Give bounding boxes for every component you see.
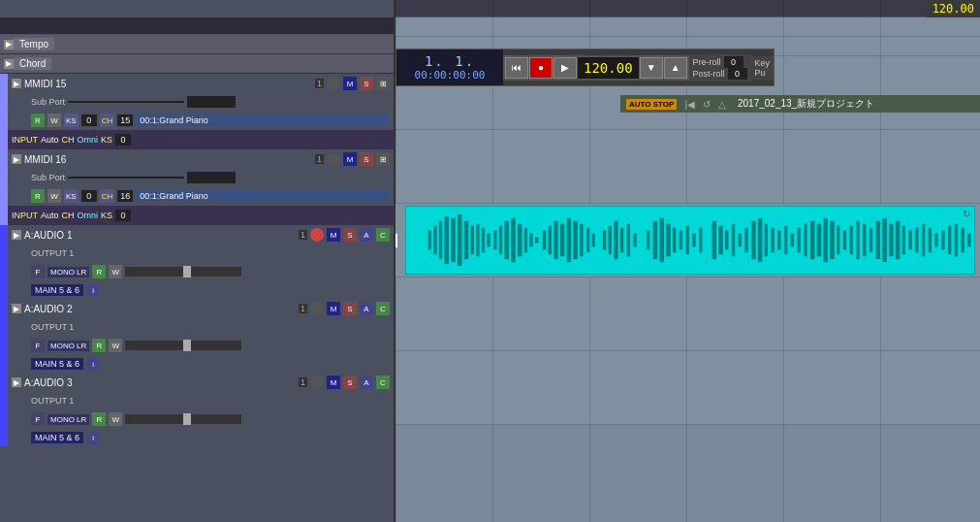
- track-list-header: [0, 17, 394, 35]
- arrange-ruler: 120.00: [395, 0, 980, 17]
- svg-rect-48: [739, 234, 742, 247]
- midi-1-record-btn[interactable]: [327, 77, 340, 90]
- audio-track-2-row2: OUTPUT 1: [27, 318, 394, 336]
- audio-1-fader[interactable]: [125, 267, 241, 277]
- midi-1-w-btn[interactable]: W: [47, 114, 61, 127]
- audio-1-record-btn[interactable]: [310, 228, 324, 242]
- audio-3-m-btn[interactable]: M: [327, 375, 340, 389]
- midi-1-instrument[interactable]: 00:1:Grand Piano: [136, 114, 390, 126]
- tempo-down-button[interactable]: ▼: [640, 57, 663, 79]
- midi-track-1-content: ▶ MMIDI 15 1 M S ⊞ Sub Port R W KS: [8, 74, 394, 149]
- midi-1-expand[interactable]: ▶: [12, 79, 21, 88]
- midi-1-extra-btn[interactable]: ⊞: [376, 77, 390, 90]
- audio-track-1-num: 1: [299, 230, 307, 240]
- midi-2-r-btn[interactable]: R: [31, 189, 45, 203]
- midi-2-ks-btn[interactable]: KS: [64, 189, 79, 203]
- chord-expand-button[interactable]: ▶: [4, 59, 14, 69]
- audio-3-r-btn[interactable]: R: [92, 412, 106, 426]
- audio-3-expand[interactable]: ▶: [12, 377, 21, 387]
- tempo-up-button[interactable]: ▲: [664, 57, 687, 79]
- midi-2-ch-label[interactable]: CH: [100, 189, 115, 203]
- arrange-tempo-display: 120.00: [927, 0, 980, 17]
- tempo-expand-button[interactable]: ▶: [4, 40, 14, 49]
- play-button[interactable]: ▶: [553, 57, 577, 79]
- pre-roll-label: Pre-roll: [693, 57, 721, 67]
- audio-1-info-btn[interactable]: i: [86, 283, 100, 297]
- audio-track-2-color-bar: [0, 299, 8, 373]
- audio-3-fader-knob[interactable]: [183, 413, 191, 425]
- audio-1-fader-knob[interactable]: [183, 266, 191, 277]
- project-tool-2[interactable]: ↺: [703, 99, 711, 110]
- audio-2-a-btn[interactable]: A: [360, 302, 373, 315]
- midi-1-m-btn[interactable]: M: [343, 77, 357, 90]
- rewind-button[interactable]: ⏮: [505, 57, 528, 79]
- midi-2-port-input[interactable]: [68, 177, 184, 179]
- audio-clip-1[interactable]: ↻: [405, 206, 975, 275]
- audio-3-f-btn[interactable]: F: [31, 412, 45, 426]
- midi-2-extra-btn[interactable]: ⊞: [376, 152, 390, 166]
- midi-2-expand[interactable]: ▶: [12, 154, 21, 164]
- audio-3-info-btn[interactable]: i: [86, 431, 100, 444]
- audio-2-fader[interactable]: [125, 341, 241, 350]
- audio-2-info-btn[interactable]: i: [86, 357, 100, 371]
- audio-1-c-btn[interactable]: C: [376, 228, 390, 242]
- svg-rect-45: [718, 226, 723, 255]
- audio-2-lane: [395, 277, 980, 351]
- midi-track-2-num: 1: [315, 154, 324, 164]
- svg-rect-68: [869, 228, 872, 253]
- midi-2-instrument[interactable]: 00:1:Grand Piano: [136, 190, 390, 202]
- midi-2-m-btn[interactable]: M: [343, 152, 357, 166]
- midi-1-port-bar[interactable]: [187, 96, 236, 108]
- svg-rect-74: [908, 231, 911, 250]
- audio-1-a-btn[interactable]: A: [360, 228, 373, 242]
- midi-1-ks-btn[interactable]: KS: [64, 114, 79, 127]
- audio-3-s-btn[interactable]: S: [343, 375, 357, 389]
- record-button[interactable]: ●: [529, 57, 553, 79]
- midi-2-record-btn[interactable]: [327, 152, 340, 166]
- audio-3-w-btn[interactable]: W: [109, 412, 122, 426]
- audio-3-c-btn[interactable]: C: [376, 375, 390, 389]
- midi-1-input-val: Auto: [41, 135, 59, 145]
- audio-2-c-btn[interactable]: C: [376, 302, 390, 315]
- audio-1-s-btn[interactable]: S: [343, 228, 357, 242]
- midi-2-w-btn[interactable]: W: [47, 189, 61, 203]
- auto-stop-button[interactable]: AUTO STOP: [626, 99, 677, 110]
- audio-3-fader[interactable]: [125, 414, 241, 424]
- audio-2-fader-knob[interactable]: [183, 340, 191, 351]
- midi-2-input-label: INPUT: [12, 211, 38, 220]
- midi-2-port-bar[interactable]: [187, 172, 236, 183]
- audio-1-mono-lr: MONO LR: [47, 267, 89, 277]
- post-roll-label: Post-roll: [693, 69, 725, 79]
- audio-2-f-btn[interactable]: F: [31, 339, 45, 352]
- audio-3-mono-lr: MONO LR: [47, 414, 89, 425]
- midi-1-port-input[interactable]: [68, 101, 184, 103]
- project-tool-1[interactable]: |◀: [684, 99, 695, 110]
- midi-2-s-btn[interactable]: S: [360, 152, 373, 166]
- midi-track-1-row1: ▶ MMIDI 15 1 M S ⊞: [8, 74, 394, 93]
- audio-2-r-btn[interactable]: R: [92, 339, 106, 352]
- svg-rect-59: [810, 221, 815, 259]
- audio-1-w-btn[interactable]: W: [109, 265, 122, 278]
- svg-rect-39: [673, 228, 676, 253]
- audio-3-record-btn[interactable]: [310, 375, 324, 389]
- project-tool-3[interactable]: △: [718, 99, 726, 110]
- svg-rect-7: [464, 221, 469, 259]
- svg-rect-60: [817, 224, 822, 257]
- midi-track-2-content: ▶ MMIDI 16 1 M S ⊞ Sub Port R W KS: [8, 149, 394, 225]
- audio-1-m-btn[interactable]: M: [327, 228, 340, 242]
- svg-rect-54: [777, 231, 780, 250]
- audio-2-m-btn[interactable]: M: [327, 302, 340, 315]
- audio-1-f-btn[interactable]: F: [31, 265, 45, 278]
- audio-1-expand[interactable]: ▶: [12, 230, 21, 240]
- midi-1-s-btn[interactable]: S: [360, 77, 373, 90]
- audio-2-w-btn[interactable]: W: [109, 339, 122, 352]
- audio-2-s-btn[interactable]: S: [343, 302, 357, 315]
- svg-rect-44: [712, 221, 717, 259]
- audio-1-r-btn[interactable]: R: [92, 265, 106, 278]
- svg-rect-15: [511, 218, 516, 262]
- audio-2-expand[interactable]: ▶: [12, 304, 21, 313]
- audio-2-record-btn[interactable]: [310, 302, 324, 315]
- audio-3-a-btn[interactable]: A: [360, 375, 373, 389]
- midi-1-ch-label[interactable]: CH: [100, 114, 115, 127]
- midi-1-r-btn[interactable]: R: [31, 114, 45, 127]
